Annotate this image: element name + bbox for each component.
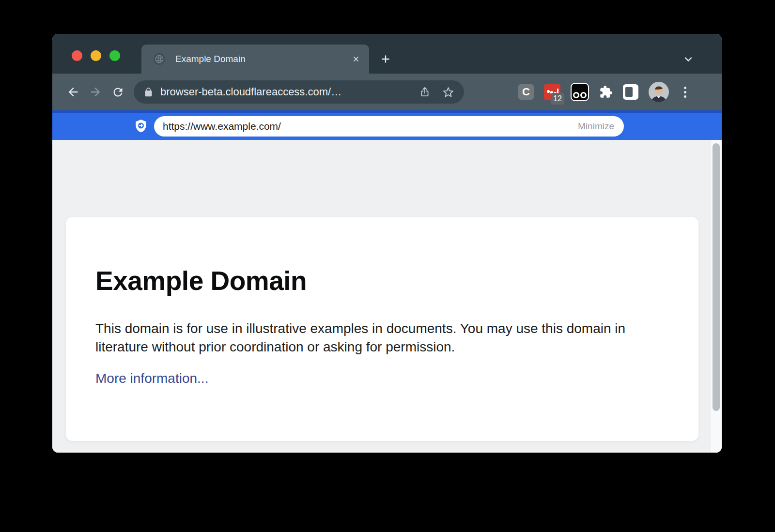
extension-c-icon[interactable]: C — [518, 84, 534, 100]
extensions-puzzle-icon[interactable] — [599, 85, 613, 99]
globe-favicon-icon — [153, 53, 166, 65]
window-close-button[interactable] — [72, 50, 82, 61]
traffic-lights — [72, 50, 120, 61]
page-title: Example Domain — [95, 265, 698, 296]
lock-icon[interactable] — [143, 87, 154, 97]
window-zoom-button[interactable] — [109, 50, 120, 61]
example-domain-card: Example Domain This domain is for use in… — [66, 217, 698, 441]
profile-avatar[interactable] — [649, 82, 669, 102]
isolation-url-field[interactable]: https://www.example.com/ Minimize — [154, 116, 624, 137]
extension-red-dots-icon[interactable]: 12 — [544, 84, 560, 100]
side-panel-icon[interactable] — [623, 84, 638, 100]
extension-binoculars-icon[interactable] — [571, 83, 589, 101]
scrollbar-thumb[interactable] — [713, 143, 720, 411]
address-url-text: browser-beta.cloudflareaccess.com/… — [160, 86, 419, 98]
forward-icon[interactable] — [84, 81, 107, 103]
tab-search-chevron-icon[interactable] — [678, 49, 698, 69]
address-bar[interactable]: browser-beta.cloudflareaccess.com/… — [134, 80, 464, 104]
tab-close-icon[interactable] — [352, 55, 360, 63]
new-tab-button[interactable] — [376, 49, 395, 69]
tab-example-domain[interactable]: Example Domain — [141, 45, 369, 74]
isolation-url-text: https://www.example.com/ — [163, 121, 577, 132]
isolation-bar: https://www.example.com/ Minimize — [52, 113, 722, 140]
minimize-button[interactable]: Minimize — [577, 119, 615, 134]
tab-title: Example Domain — [175, 54, 352, 64]
isolation-shield-icon — [135, 119, 147, 134]
chrome-menu-kebab-icon[interactable] — [679, 87, 691, 98]
extension-badge: 12 — [551, 93, 564, 105]
bookmark-star-icon[interactable] — [442, 86, 454, 98]
share-icon[interactable] — [419, 86, 431, 98]
page-paragraph: This domain is for use in illustrative e… — [95, 319, 652, 356]
back-icon[interactable] — [62, 81, 84, 103]
reload-icon[interactable] — [107, 81, 129, 103]
scrollbar-track[interactable] — [711, 140, 722, 453]
tab-strip: Example Domain — [52, 34, 722, 74]
toolbar: browser-beta.cloudflareaccess.com/… C — [52, 74, 722, 110]
extensions-row: C 12 — [470, 82, 691, 102]
browser-window: Example Domain — [52, 34, 722, 453]
window-minimize-button[interactable] — [91, 50, 101, 61]
page-viewport: Example Domain This domain is for use in… — [52, 140, 722, 453]
more-information-link[interactable]: More information... — [95, 371, 208, 386]
